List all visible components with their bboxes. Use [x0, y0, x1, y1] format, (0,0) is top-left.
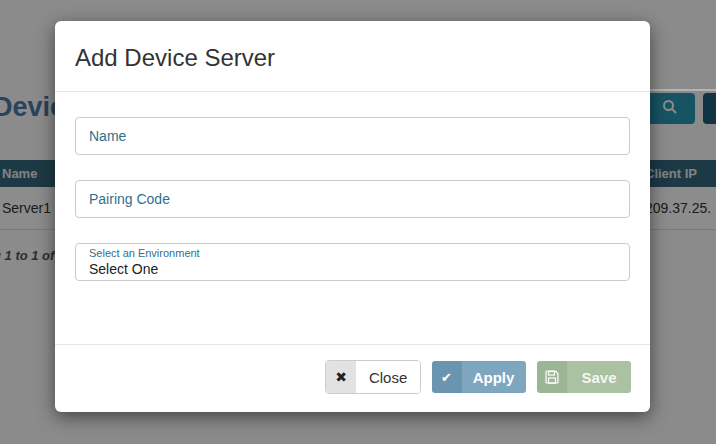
- close-button[interactable]: ✖ Close: [325, 360, 421, 394]
- modal-title: Add Device Server: [75, 44, 630, 72]
- name-input[interactable]: [75, 117, 630, 155]
- close-button-label: Close: [356, 361, 420, 393]
- save-button-label: Save: [567, 361, 631, 393]
- modal-footer: ✖ Close ✔ Apply Save: [55, 344, 650, 412]
- floppy-disk-icon: [537, 361, 567, 393]
- apply-button-label: Apply: [462, 361, 526, 393]
- check-icon: ✔: [432, 361, 462, 393]
- environment-select-value: Select One: [89, 260, 616, 278]
- panel-divider: [650, 89, 716, 91]
- x-icon: ✖: [326, 361, 356, 393]
- environment-select[interactable]: Select an Environment Select One: [75, 243, 630, 281]
- apply-button[interactable]: ✔ Apply: [431, 360, 527, 394]
- pairing-code-input[interactable]: [75, 180, 630, 218]
- environment-select-label: Select an Environment: [89, 247, 616, 260]
- add-device-server-modal: Add Device Server Select an Environment …: [55, 21, 650, 412]
- modal-body: Select an Environment Select One: [55, 92, 650, 281]
- modal-header: Add Device Server: [55, 21, 650, 92]
- save-button[interactable]: Save: [536, 360, 632, 394]
